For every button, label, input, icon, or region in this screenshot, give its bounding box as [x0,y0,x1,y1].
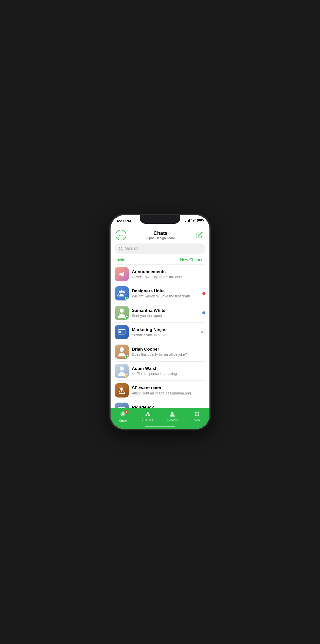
person-icon [118,232,124,238]
chat-content: SF event team Allan: Sent an image desig… [132,386,205,395]
chat-content: Designers Unite William: @Bob W Love the… [132,289,199,298]
svg-point-9 [119,331,121,333]
chat-name: Brian Cooper [132,347,205,352]
chat-avatar-wrapper [115,286,129,300]
status-icons [185,219,203,222]
chat-avatar-wrapper [115,345,129,359]
nav-label-channels: Channels [142,418,153,421]
chat-avatar [115,383,129,397]
list-item[interactable]: Brian Cooper Does this qualify for an of… [111,342,209,361]
chat-content: Adam Walsh The response is amazing [132,366,205,376]
chat-name: Announcements [132,269,205,274]
profile-avatar[interactable] [116,230,126,240]
list-item[interactable]: Marketing Ninjas Susan: Sync up at 3? [111,323,209,342]
nav-label-chats: Chats [119,419,127,422]
chat-avatar-wrapper [115,383,129,397]
chat-content: Announcements Oliver: Town Hall dates ar… [132,269,205,279]
svg-point-35 [171,412,173,414]
header-subtitle: Alpha Design Team [146,236,175,240]
chat-name: Marketing Ninjas [132,327,198,332]
chat-avatar [115,267,129,281]
contacts-nav-icon [169,411,176,417]
compose-button[interactable] [195,230,204,240]
chat-meta [202,292,205,295]
chat-content: Marketing Ninjas Susan: Sync up at 3? [132,327,198,337]
svg-point-19 [123,387,125,388]
nav-item-channels[interactable]: Channels [135,411,160,421]
channels-nav-icon [144,411,151,417]
signal-icon [185,219,190,222]
search-placeholder: Search [125,246,139,251]
svg-point-3 [119,273,121,275]
chat-avatar [115,325,129,339]
chat-preview: William: @Bob W Love the first draft! [132,294,199,298]
svg-rect-16 [132,373,135,375]
nav-item-apps[interactable]: Apps [185,411,210,421]
phone-frame: 4:21 PM [111,215,209,429]
battery-icon [197,219,203,222]
chat-name: SF event team [132,386,205,391]
home-indicator [145,426,175,427]
chat-preview: The response is amazing [132,372,205,376]
svg-point-6 [120,290,123,293]
svg-rect-36 [195,412,197,413]
status-time: 4:21 PM [117,219,131,223]
chat-preview: Oliver: Town Hall dates are out!! [132,275,205,279]
svg-point-7 [120,308,124,312]
nav-label-apps: Apps [194,418,200,421]
svg-rect-15 [122,367,123,369]
action-row: Invite New Channel [111,257,209,264]
list-item[interactable]: Samantha White Sent you the report [111,303,209,323]
chat-preview: Sent you the report [132,314,199,318]
draft-icon [132,372,135,375]
online-indicator [125,355,128,358]
chat-list: Announcements Oliver: Town Hall dates ar… [111,264,209,429]
header-center: Chats Alpha Design Team [146,230,175,240]
header: Chats Alpha Design Team [111,228,209,243]
phone-screen: 4:21 PM [111,215,209,429]
unread-badge [202,311,205,314]
list-item[interactable]: Adam Walsh The response is amazing [111,361,209,381]
invite-button[interactable]: Invite [116,258,125,262]
chat-preview: Susan: Sync up at 3? [132,333,198,337]
nav-item-contacts[interactable]: Contacts [160,411,185,421]
chat-name: Designers Unite [132,289,199,294]
apps-nav-icon [194,411,200,417]
unread-badge [202,292,205,295]
svg-rect-14 [120,367,121,369]
chat-avatar-wrapper [115,325,129,339]
chat-meta [201,330,205,334]
chat-content: Brian Cooper Does this qualify for an of… [132,347,205,356]
svg-point-20 [121,386,122,387]
chat-preview: Does this qualify for an office joke? [132,352,205,356]
search-icon [119,247,123,251]
list-item[interactable]: SF event team Allan: Sent an image desig… [111,381,209,400]
nav-item-chats[interactable]: 2 Chats [111,411,135,422]
svg-point-13 [120,367,124,371]
compose-icon [196,232,203,238]
chats-badge: 2 [125,410,129,414]
list-item[interactable]: Announcements Oliver: Town Hall dates ar… [111,264,209,284]
new-channel-button[interactable]: New Channel [180,258,204,262]
chat-content: Samantha White Sent you the report [132,308,199,318]
mute-icon [201,330,205,334]
header-title: Chats [146,230,175,236]
svg-point-0 [193,221,194,222]
notch [140,215,180,224]
chat-name: Adam Walsh [132,366,205,371]
svg-point-17 [120,387,123,391]
list-item[interactable]: Designers Unite William: @Bob W Love the… [111,284,209,303]
status-bar: 4:21 PM [111,215,209,228]
search-bar[interactable]: Search [115,243,205,254]
svg-rect-37 [198,412,199,413]
chat-avatar-wrapper [115,306,129,320]
svg-point-18 [119,387,120,388]
chat-meta [202,311,205,314]
online-indicator [125,316,128,319]
svg-rect-39 [198,414,199,416]
online-indicator [125,374,128,377]
nav-label-contacts: Contacts [167,418,178,421]
chat-avatar-wrapper [115,364,129,378]
wifi-icon [191,219,195,222]
chat-name: Samantha White [132,308,199,313]
